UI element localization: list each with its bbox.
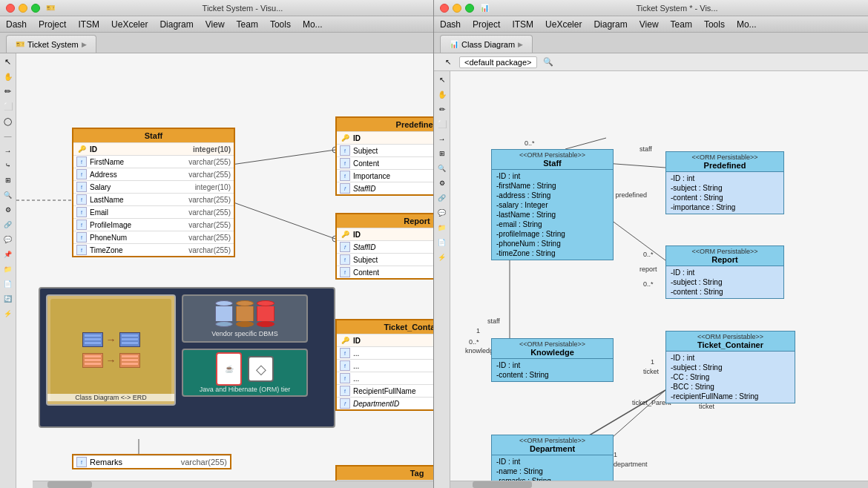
svg-text:0..*: 0..* [525,139,535,147]
menu-dash-right[interactable]: Dash [434,18,467,31]
toolbar-table-icon[interactable]: ⊞ [1,174,15,187]
minimize-button-right[interactable] [453,4,461,13]
toolbar-pencil-icon[interactable]: ✏ [1,85,15,98]
menu-diagram-left[interactable]: Diagram [154,18,199,31]
menu-project-right[interactable]: Project [467,18,506,31]
rt-hand[interactable]: ✋ [435,88,449,101]
package-bar: ↖ <default package> 🔍 [434,53,868,71]
right-window: 📊 Ticket System * - Vis... Dash Project … [434,0,868,488]
rt-doc[interactable]: 📄 [435,236,449,249]
report-content-row: f Content varchar(255) [337,266,433,278]
field-icon: f [340,183,350,194]
staff-stereotype: <<ORM Persistable>> [495,151,610,159]
toolbar-refresh-icon[interactable]: 🔄 [1,292,15,306]
java-box: ☕ ◇ Java and Hibernate (ORM) tier [182,349,308,397]
toolbar-select-icon[interactable]: ↖ [1,55,15,68]
menu-itsm-left[interactable]: ITSM [72,18,105,31]
staff-lastname-row: f LastName varchar(255) [73,193,234,205]
tab-class-diagram[interactable]: 📊 Class Diagram ▶ [440,35,533,53]
menu-itsm-right[interactable]: ITSM [506,18,539,31]
tab-icon-left: 🎫 [16,40,24,48]
rt-rect[interactable]: ⬜ [435,117,449,131]
key-icon: 🔑 [340,229,350,240]
traffic-lights-right [440,4,474,13]
menu-team-left[interactable]: Team [231,18,264,31]
dbms-box: Vendor specific DBMS [182,294,308,343]
tab-chevron-right: ▶ [518,41,523,48]
menu-diagram-right[interactable]: Diagram [588,18,633,31]
menu-more-left[interactable]: Mo... [297,18,329,31]
menu-team-right[interactable]: Team [665,18,698,31]
knowledge-classname: Knowledge [495,348,610,357]
svg-line-0 [231,150,335,165]
toolbar-hand-icon[interactable]: ✋ [1,70,15,83]
diagram-label: Class Diagram <-> ERD [47,394,174,401]
menu-tools-left[interactable]: Tools [264,18,297,31]
field-icon: f [340,158,350,168]
report-class-entity: <<ORM Persistable>> Report -ID : int -su… [665,245,784,299]
svg-text:1: 1 [614,451,617,458]
toolbar-flash-icon[interactable]: ⚡ [1,307,15,320]
maximize-button-right[interactable] [465,4,474,13]
toolbar-folder-icon[interactable]: 📁 [1,263,15,276]
field-icon: f [76,207,87,217]
toolbar-arrow-icon[interactable]: → [1,144,15,157]
toolbar-settings-icon[interactable]: ⚙ [1,203,15,217]
toolbar-link-icon[interactable]: 🔗 [1,218,15,231]
rt-select[interactable]: ↖ [435,73,449,86]
svg-text:0..*: 0..* [643,280,654,288]
close-button-left[interactable] [6,4,15,13]
right-title-bar: 📊 Ticket System * - Vis... [434,0,868,16]
rt-flash[interactable]: ⚡ [435,251,449,264]
rt-arrow[interactable]: → [435,132,449,145]
rt-folder[interactable]: 📁 [435,221,449,234]
field-icon: f [76,169,87,179]
horizontal-scrollbar-right[interactable] [450,481,868,488]
search-icon[interactable]: 🔍 [543,57,553,67]
menu-dash-left[interactable]: Dash [0,18,33,31]
predefined-id-row: 🔑 ID integer(10) [337,131,433,144]
rt-settings[interactable]: ⚙ [435,177,449,190]
rt-comment[interactable]: 💬 [435,206,449,220]
field-icon: f [340,373,350,383]
remarks-row: f Remarks varchar(255) [73,455,230,468]
menu-tools-right[interactable]: Tools [698,18,731,31]
svg-text:0..*: 0..* [469,338,479,346]
predefined-content-row: f Content varchar(255) [337,156,433,169]
rt-link[interactable]: 🔗 [435,191,449,205]
toolbar-ellipse-icon[interactable]: ◯ [1,114,15,128]
dept-class-header: <<ORM Persistable>> Department [492,435,613,455]
toolbar-zoom-icon[interactable]: 🔍 [1,188,15,202]
toolbar-rect-icon[interactable]: ⬜ [1,99,15,113]
toolbar-connector-icon[interactable]: ⤷ [1,159,15,172]
menu-more-right[interactable]: Mo... [731,18,763,31]
minimize-button-left[interactable] [19,4,27,13]
predefined-importance-row: f Importance varchar(255) [337,169,433,182]
rt-zoom[interactable]: 🔍 [435,162,449,175]
menu-uexceler-left[interactable]: UeXceler [105,18,154,31]
svg-line-11 [565,138,606,149]
staff-phonenum-row: f PhoneNum varchar(255) [73,231,234,243]
tc-stereotype: <<ORM Persistable>> [669,333,792,340]
menu-view-right[interactable]: View [634,18,665,31]
field-icon: f [340,398,350,409]
toolbar-line-icon[interactable]: — [1,129,15,142]
maximize-button-left[interactable] [31,4,40,13]
predefined-classname: Predefined [669,161,780,170]
rt-table[interactable]: ⊞ [435,147,449,160]
menu-uexceler-right[interactable]: UeXceler [539,18,588,31]
close-button-right[interactable] [440,4,449,13]
toolbar-doc-icon[interactable]: 📄 [1,277,15,291]
horizontal-scrollbar-left[interactable] [33,481,433,488]
tab-ticket-system[interactable]: 🎫 Ticket System ▶ [6,35,96,53]
toolbar-select-icon-right[interactable]: ↖ [441,56,455,69]
knowledge-stereotype: <<ORM Persistable>> [495,340,610,348]
field-icon: f [340,360,350,371]
toolbar-pin-icon[interactable]: 📌 [1,248,15,261]
dept-stereotype: <<ORM Persistable>> [495,437,610,444]
rt-pencil[interactable]: ✏ [435,102,449,116]
field-icon: f [76,182,87,192]
toolbar-comment-icon[interactable]: 💬 [1,233,15,246]
menu-project-left[interactable]: Project [33,18,72,31]
menu-view-left[interactable]: View [200,18,231,31]
